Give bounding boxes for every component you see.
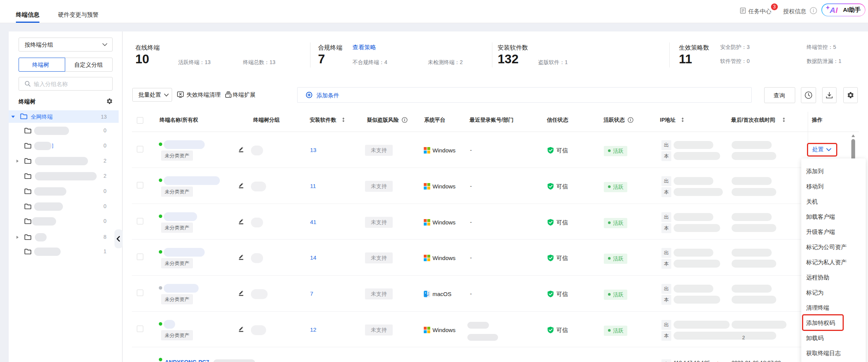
svg-text:AI: AI xyxy=(829,6,838,14)
